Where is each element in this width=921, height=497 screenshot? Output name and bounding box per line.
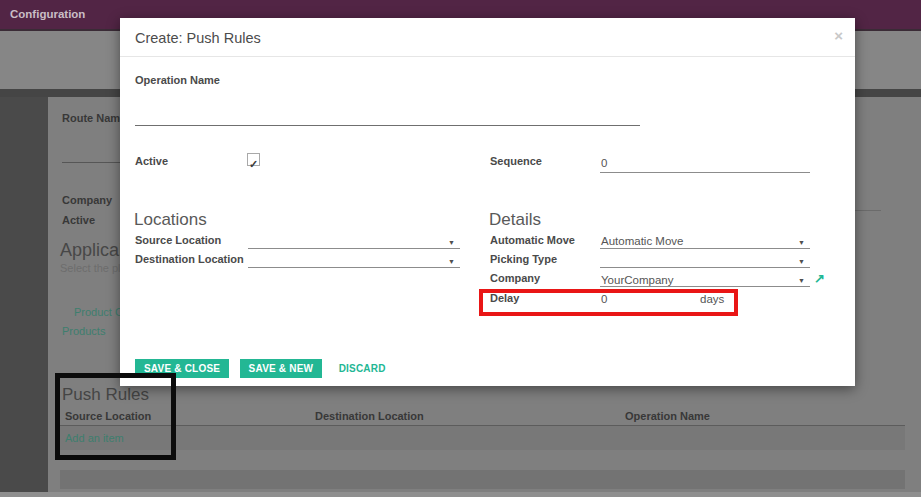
products-link[interactable]: Products xyxy=(62,325,105,337)
discard-button[interactable]: DISCARD xyxy=(339,359,386,378)
delay-unit-label: days xyxy=(700,293,724,305)
automatic-move-select[interactable] xyxy=(600,248,810,249)
applicable-help-text: Select the pla xyxy=(60,262,127,274)
chevron-down-icon[interactable]: ▼ xyxy=(448,258,455,265)
checkmark-icon: ✓ xyxy=(249,158,258,170)
add-an-item-link[interactable]: Add an item xyxy=(65,432,124,444)
chevron-down-icon[interactable]: ▼ xyxy=(798,258,805,265)
delay-label: Delay xyxy=(490,292,519,304)
column-header-operation-name[interactable]: Operation Name xyxy=(625,410,710,422)
nav-menu-configuration[interactable]: Configuration xyxy=(10,0,85,29)
active-checkbox[interactable]: ✓ xyxy=(247,153,260,166)
bottom-strip xyxy=(0,492,921,497)
route-name-label: Route Name xyxy=(62,112,126,124)
column-header-destination-location[interactable]: Destination Location xyxy=(315,410,424,422)
locations-heading: Locations xyxy=(134,210,207,230)
sequence-label: Sequence xyxy=(490,155,542,167)
picking-type-label: Picking Type xyxy=(490,253,557,265)
operation-name-input[interactable] xyxy=(135,125,640,126)
company-label-bg: Company xyxy=(62,194,112,206)
company-label: Company xyxy=(490,272,540,284)
details-heading: Details xyxy=(489,210,541,230)
create-push-rules-dialog: Create: Push Rules × Operation Name Acti… xyxy=(120,18,855,386)
close-icon[interactable]: × xyxy=(834,28,843,43)
table-row xyxy=(60,426,905,450)
dialog-title: Create: Push Rules xyxy=(135,18,261,57)
save-and-close-button[interactable]: SAVE & CLOSE xyxy=(135,359,229,378)
chevron-down-icon[interactable]: ▼ xyxy=(448,239,455,246)
active-label-bg: Active xyxy=(62,214,95,226)
automatic-move-value: Automatic Move xyxy=(601,235,683,247)
table-row xyxy=(60,470,905,489)
sequence-input[interactable] xyxy=(600,172,810,173)
active-label: Active xyxy=(135,155,168,167)
save-and-new-button[interactable]: SAVE & NEW xyxy=(240,359,323,378)
company-select[interactable] xyxy=(600,286,810,287)
destination-location-select[interactable] xyxy=(248,267,460,268)
chevron-down-icon[interactable]: ▼ xyxy=(798,239,805,246)
delay-value[interactable]: 0 xyxy=(601,293,607,305)
push-rules-heading: Push Rules xyxy=(62,385,149,405)
bg-field-line xyxy=(855,210,881,211)
column-header-source-location[interactable]: Source Location xyxy=(65,410,151,422)
picking-type-select[interactable] xyxy=(600,267,810,268)
source-location-select[interactable] xyxy=(248,248,460,249)
screen: Configuration Route Name Company Active … xyxy=(0,0,921,497)
sequence-value: 0 xyxy=(601,157,607,169)
source-location-label: Source Location xyxy=(135,234,221,246)
operation-name-label: Operation Name xyxy=(135,74,220,86)
route-name-input[interactable] xyxy=(62,162,120,163)
automatic-move-label: Automatic Move xyxy=(490,234,575,246)
company-value: YourCompany xyxy=(601,274,673,286)
chevron-down-icon[interactable]: ▼ xyxy=(798,277,805,284)
dialog-footer: SAVE & CLOSE SAVE & NEW DISCARD xyxy=(135,358,386,378)
destination-location-label: Destination Location xyxy=(135,253,244,265)
external-link-icon[interactable]: ↗ xyxy=(814,272,825,285)
